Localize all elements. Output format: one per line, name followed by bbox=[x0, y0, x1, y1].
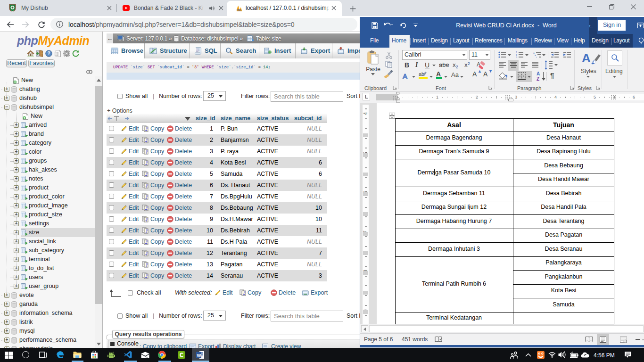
svg-text:W: W bbox=[197, 353, 201, 358]
svg-text:PMA: PMA bbox=[237, 9, 242, 11]
svg-text:A: A bbox=[403, 72, 407, 80]
svg-text:?: ? bbox=[47, 51, 50, 56]
svg-text:i: i bbox=[536, 56, 537, 58]
svg-text:3: 3 bbox=[516, 56, 517, 58]
